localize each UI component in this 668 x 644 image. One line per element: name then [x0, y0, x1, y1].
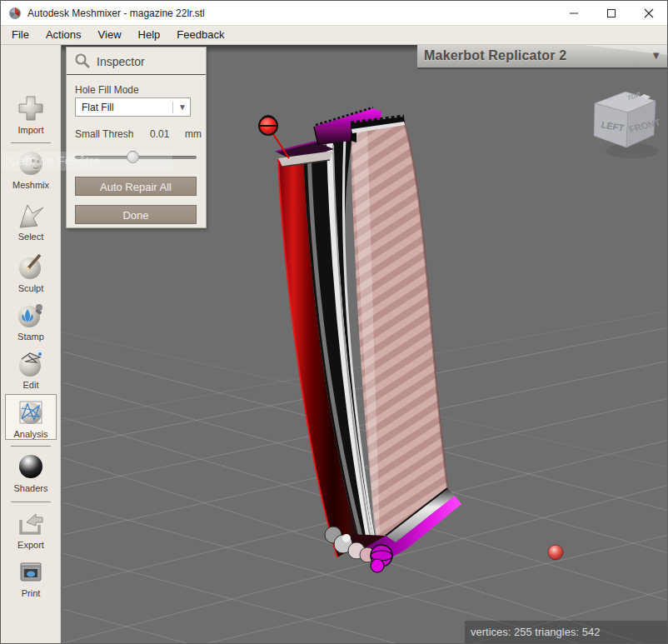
mesh-analysis-icon — [16, 397, 46, 427]
sidebar-item-print[interactable]: Print — [1, 557, 61, 598]
menu-help[interactable]: Help — [130, 26, 169, 44]
hole-fill-mode-select[interactable]: Flat Fill ▼ — [75, 97, 191, 117]
sidebar-item-sculpt[interactable]: Sculpt — [1, 252, 61, 293]
inspector-title: Inspector — [97, 55, 145, 68]
close-icon — [644, 8, 654, 18]
sidebar-item-label: Analysis — [6, 429, 56, 439]
small-thresh-unit: mm — [185, 128, 202, 140]
defect-marker-pin[interactable] — [258, 116, 289, 158]
minimize-button[interactable] — [555, 1, 592, 26]
wireframe-pen-icon — [16, 348, 46, 378]
hole-fill-mode-value: Flat Fill — [82, 102, 114, 113]
sculpt-brush-icon — [16, 252, 46, 282]
plus-icon — [16, 93, 46, 123]
mesh-stats: vertices: 255 triangles: 542 — [465, 621, 668, 638]
status-bar: vertices: 255 triangles: 542 — [465, 621, 668, 644]
inspector-panel: Inspector Hole Fill Mode Flat Fill ▼ Sma… — [66, 47, 207, 228]
cursor-arrow-icon — [16, 200, 46, 230]
meshmixer-logo-icon — [8, 7, 22, 20]
auto-repair-all-button[interactable]: Auto Repair All — [75, 177, 197, 196]
chevron-down-icon[interactable]: ▼ — [172, 102, 187, 113]
done-button[interactable]: Done — [75, 205, 197, 224]
export-arrow-icon — [16, 508, 46, 538]
sidebar-item-label: Select — [1, 232, 61, 242]
sidebar-item-shaders[interactable]: Shaders — [1, 452, 61, 493]
tool-sidebar: Import Meshmix Select Sculpt Stamp Edit … — [1, 45, 61, 644]
magnifier-icon — [74, 52, 91, 69]
toolbar-divider — [11, 142, 51, 143]
menu-view[interactable]: View — [90, 26, 130, 44]
sidebar-item-label: Stamp — [1, 332, 61, 342]
stamp-fleur-icon — [16, 300, 46, 330]
menu-actions[interactable]: Actions — [37, 26, 90, 44]
small-thresh-label: Small Thresh — [75, 128, 133, 140]
small-thresh-value: 0.01 — [150, 128, 169, 140]
maximize-icon — [606, 8, 616, 18]
shiny-sphere-icon — [16, 452, 46, 482]
sidebar-item-stamp[interactable]: Stamp — [1, 300, 61, 342]
sidebar-item-analysis[interactable]: Analysis — [6, 395, 56, 439]
sidebar-item-label: Meshmix — [1, 180, 61, 190]
sidebar-item-meshmix[interactable]: Meshmix — [1, 148, 61, 190]
menu-feedback[interactable]: Feedback — [168, 26, 232, 44]
printer-icon — [16, 557, 46, 587]
hole-fill-mode-label: Hole Fill Mode — [75, 84, 139, 96]
defect-marker-sphere[interactable] — [548, 545, 563, 560]
magazine-model[interactable] — [276, 107, 461, 572]
sidebar-item-label: Export — [1, 540, 61, 550]
sidebar-item-edit[interactable]: Edit — [1, 348, 61, 390]
menu-bar: File Actions View Help Feedback — [1, 26, 668, 45]
slider-handle[interactable] — [127, 151, 139, 163]
sidebar-item-label: Edit — [1, 380, 61, 390]
printer-selector[interactable]: Makerbot Replicator 2 ▼ — [417, 45, 668, 69]
sidebar-item-select[interactable]: Select — [1, 200, 61, 242]
menu-file[interactable]: File — [3, 26, 37, 44]
sidebar-item-label: Print — [1, 588, 61, 598]
divider — [67, 74, 206, 75]
title-bar[interactable]: Autodesk Meshmixer - magazine 22lr.stl — [1, 1, 668, 26]
sidebar-item-label: Sculpt — [1, 283, 61, 293]
small-thresh-slider[interactable] — [75, 151, 197, 164]
sidebar-item-label: Import — [1, 125, 61, 135]
close-button[interactable] — [630, 1, 667, 26]
view-cube[interactable]: TOP LEFT FRONT — [589, 81, 666, 161]
sidebar-item-export[interactable]: Export — [1, 508, 61, 550]
printer-name: Makerbot Replicator 2 — [424, 48, 566, 63]
minimize-icon — [569, 8, 579, 18]
window-title: Autodesk Meshmixer - magazine 22lr.stl — [27, 7, 205, 19]
sphere-face-icon — [16, 148, 46, 178]
app-window: Autodesk Meshmixer - magazine 22lr.stl F… — [0, 0, 668, 644]
inspector-header: Inspector — [67, 47, 206, 74]
sidebar-item-import[interactable]: Import — [1, 93, 61, 135]
toolbar-divider — [11, 446, 51, 447]
sidebar-item-label: Shaders — [1, 483, 61, 493]
dropdown-arrow-icon[interactable]: ▼ — [651, 49, 661, 62]
maximize-button[interactable] — [592, 1, 630, 26]
toolbar-divider — [11, 502, 51, 502]
